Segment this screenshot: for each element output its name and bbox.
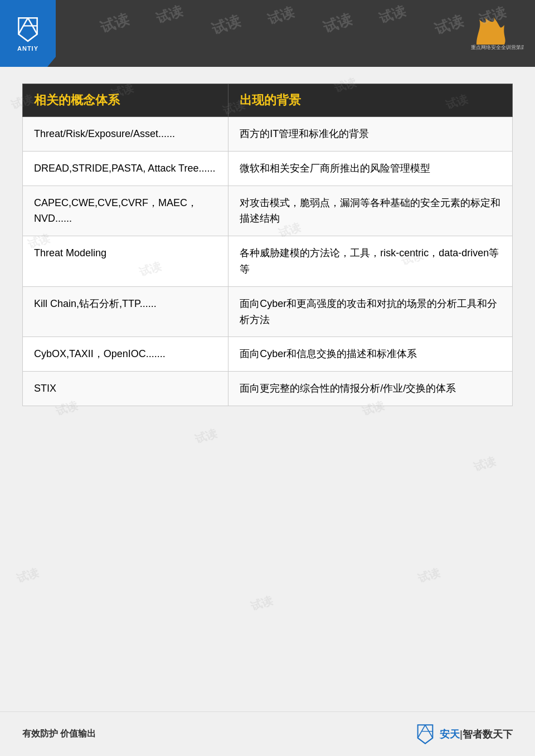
header-watermark-1: 试读 xyxy=(98,9,132,38)
table-cell-left: CAPEC,CWE,CVE,CVRF，MAEC，NVD...... xyxy=(23,186,228,236)
page-wm-13: 试读 xyxy=(472,453,498,475)
header-watermark-7: 试读 xyxy=(432,11,466,40)
footer-right-area: 安天|智者数天下 xyxy=(414,723,513,745)
concept-table: 相关的概念体系 出现的背景 Threat/Risk/Exposure/Asset… xyxy=(22,84,513,406)
table-row: DREAD,STRIDE,PASTA, Attack Tree......微软和… xyxy=(23,151,513,186)
page-wm-14: 试读 xyxy=(15,565,41,587)
table-cell-left: CybOX,TAXII，OpenIOC....... xyxy=(23,337,228,372)
header-watermark-6: 试读 xyxy=(377,2,408,27)
table-cell-left: Threat/Risk/Exposure/Asset...... xyxy=(23,117,228,152)
table-row: CAPEC,CWE,CVE,CVRF，MAEC，NVD......对攻击模式，脆… xyxy=(23,186,513,236)
footer-logo-icon xyxy=(414,723,436,745)
page-wm-15: 试读 xyxy=(249,593,275,614)
header-watermark-area: 试读 试读 试读 试读 试读 试读 试读 试读 xyxy=(56,0,463,67)
table-row: Kill Chain,钻石分析,TTP......面向Cyber和更高强度的攻击… xyxy=(23,286,513,337)
col2-header: 出现的背景 xyxy=(228,84,513,117)
table-cell-left: DREAD,STRIDE,PASTA, Attack Tree...... xyxy=(23,151,228,186)
header-right-logo: 重点网络安全全训营第四期 xyxy=(463,8,529,58)
antiy-logo-icon xyxy=(14,16,42,43)
header-watermark-3: 试读 xyxy=(210,11,244,40)
logo-box: ANTIY xyxy=(0,0,56,67)
header-watermark-2: 试读 xyxy=(154,2,185,27)
table-cell-left: STIX xyxy=(23,372,228,406)
header: ANTIY 试读 试读 试读 试读 试读 试读 试读 试读 重点网络安全全训营第… xyxy=(0,0,535,67)
table-cell-right: 微软和相关安全厂商所推出的风险管理模型 xyxy=(228,151,513,186)
footer-brand-text: 安天|智者数天下 xyxy=(440,728,513,741)
table-cell-right: 各种威胁建模的方法论，工具，risk-centric，data-driven等等 xyxy=(228,236,513,287)
page-wm-11: 试读 xyxy=(193,426,220,447)
footer-left-text: 有效防护 价值输出 xyxy=(22,728,96,740)
brand-info: 重点网络安全全训营第四期 xyxy=(468,17,524,50)
table-row: Threat/Risk/Exposure/Asset......西方的IT管理和… xyxy=(23,117,513,152)
table-cell-right: 面向更完整的综合性的情报分析/作业/交换的体系 xyxy=(228,372,513,406)
footer: 有效防护 价值输出 安天|智者数天下 xyxy=(0,711,535,756)
table-cell-left: Threat Modeling xyxy=(23,236,228,287)
header-watermark-5: 试读 xyxy=(321,9,355,38)
table-row: CybOX,TAXII，OpenIOC.......面向Cyber和信息交换的描… xyxy=(23,337,513,372)
table-cell-right: 面向Cyber和更高强度的攻击和对抗的场景的分析工具和分析方法 xyxy=(228,286,513,337)
table-row: Threat Modeling各种威胁建模的方法论，工具，risk-centri… xyxy=(23,236,513,287)
main-content: 试读 试读 试读 试读 试读 试读 试读 试读 试读 试读 试读 试读 试读 试… xyxy=(0,67,535,423)
svg-text:重点网络安全全训营第四期: 重点网络安全全训营第四期 xyxy=(471,45,524,50)
table-row: STIX面向更完整的综合性的情报分析/作业/交换的体系 xyxy=(23,372,513,406)
page-wm-16: 试读 xyxy=(416,565,442,587)
table-cell-right: 西方的IT管理和标准化的背景 xyxy=(228,117,513,152)
header-watermark-4: 试读 xyxy=(265,3,296,28)
brand-logo-icon: 重点网络安全全训营第四期 xyxy=(468,17,524,50)
table-cell-right: 对攻击模式，脆弱点，漏洞等各种基础的安全元素的标定和描述结构 xyxy=(228,186,513,236)
table-cell-right: 面向Cyber和信息交换的描述和标准体系 xyxy=(228,337,513,372)
table-cell-left: Kill Chain,钻石分析,TTP...... xyxy=(23,286,228,337)
col1-header: 相关的概念体系 xyxy=(23,84,228,117)
logo-text: ANTIY xyxy=(17,45,38,52)
